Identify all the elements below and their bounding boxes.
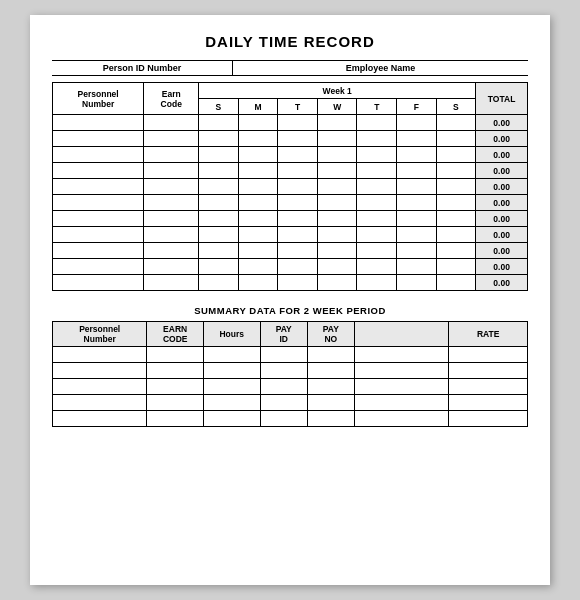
cell-day [238,131,278,147]
cell-day [199,227,239,243]
week1-row: 0.00 [53,147,528,163]
cell-personnel [53,131,144,147]
employee-name-label: Employee Name [233,61,528,75]
cell-day [317,115,357,131]
summary-table: PersonnelNumber EARNCODE Hours PAYID PAY… [52,321,528,427]
cell-day [278,227,318,243]
cell-day [436,131,476,147]
cell-personnel [53,115,144,131]
summary-cell [354,347,448,363]
summary-cell [307,411,354,427]
cell-total: 0.00 [476,163,528,179]
summary-cell [203,379,260,395]
cell-day [278,195,318,211]
cell-earn-code [144,275,199,291]
cell-day [317,147,357,163]
cell-day [278,259,318,275]
summary-cell [260,395,307,411]
cell-day [357,227,397,243]
cell-day [357,195,397,211]
summary-cell [260,379,307,395]
person-id-label: Person ID Number [52,61,233,75]
header-row: Person ID Number Employee Name [52,60,528,76]
page-title: DAILY TIME RECORD [52,33,528,50]
summary-cell [53,395,147,411]
summary-cell [147,363,204,379]
cell-day [436,163,476,179]
cell-day [317,211,357,227]
sum-col-pay-no: PAYNO [307,322,354,347]
cell-day [397,195,437,211]
week1-row: 0.00 [53,179,528,195]
cell-day [199,147,239,163]
summary-cell [147,347,204,363]
summary-cell [203,363,260,379]
col-header-earn-code: EarnCode [144,83,199,115]
cell-total: 0.00 [476,131,528,147]
cell-day [199,211,239,227]
cell-personnel [53,179,144,195]
cell-day [397,243,437,259]
cell-day [238,147,278,163]
cell-day [199,275,239,291]
cell-day [317,227,357,243]
cell-day [357,179,397,195]
summary-cell [260,363,307,379]
summary-cell [147,411,204,427]
cell-personnel [53,195,144,211]
summary-cell [53,379,147,395]
summary-cell [307,379,354,395]
cell-day [357,147,397,163]
cell-total: 0.00 [476,275,528,291]
cell-total: 0.00 [476,259,528,275]
cell-day [357,163,397,179]
cell-day [278,131,318,147]
week1-row: 0.00 [53,227,528,243]
cell-earn-code [144,243,199,259]
cell-day [397,179,437,195]
summary-cell [449,347,528,363]
col-header-fri: F [397,99,437,115]
summary-row [53,395,528,411]
col-header-sun: S [199,99,239,115]
cell-day [278,243,318,259]
cell-earn-code [144,131,199,147]
cell-personnel [53,275,144,291]
cell-day [436,211,476,227]
cell-day [357,131,397,147]
summary-cell [449,395,528,411]
summary-cell [354,395,448,411]
summary-cell [354,411,448,427]
col-header-tue: T [278,99,318,115]
cell-earn-code [144,179,199,195]
cell-total: 0.00 [476,195,528,211]
cell-day [397,227,437,243]
cell-day [199,243,239,259]
cell-day [397,131,437,147]
summary-cell [260,411,307,427]
cell-day [238,195,278,211]
cell-day [238,211,278,227]
cell-day [199,131,239,147]
cell-day [397,211,437,227]
cell-day [357,211,397,227]
sum-col-personnel: PersonnelNumber [53,322,147,347]
summary-cell [203,347,260,363]
cell-personnel [53,227,144,243]
week1-row: 0.00 [53,115,528,131]
cell-total: 0.00 [476,227,528,243]
cell-earn-code [144,147,199,163]
cell-day [436,195,476,211]
cell-day [199,259,239,275]
cell-total: 0.00 [476,147,528,163]
cell-total: 0.00 [476,243,528,259]
week1-row: 0.00 [53,259,528,275]
cell-day [357,115,397,131]
summary-cell [354,379,448,395]
summary-cell [307,395,354,411]
col-header-week1: Week 1 [199,83,476,99]
cell-personnel [53,163,144,179]
summary-cell [147,395,204,411]
summary-cell [307,363,354,379]
cell-total: 0.00 [476,179,528,195]
